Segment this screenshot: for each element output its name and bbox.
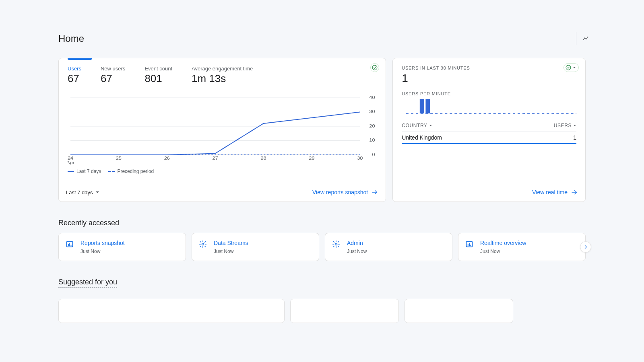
svg-rect-27 bbox=[426, 99, 430, 113]
status-check-dropdown[interactable] bbox=[564, 63, 579, 72]
metric-tab[interactable]: Average engagement time1m 13s bbox=[192, 66, 253, 85]
recent-card[interactable]: AdminJust Now bbox=[325, 233, 452, 261]
svg-text:25: 25 bbox=[116, 156, 122, 161]
metric-value: 67 bbox=[68, 72, 81, 85]
chevron-right-icon bbox=[583, 244, 588, 250]
realtime-heading: USERS IN LAST 30 MINUTES bbox=[402, 66, 576, 70]
svg-text:27: 27 bbox=[213, 156, 219, 161]
svg-point-33 bbox=[202, 243, 204, 245]
metric-label: Event count bbox=[144, 66, 172, 72]
link-label: View real time bbox=[532, 189, 568, 195]
caret-down-icon bbox=[573, 124, 576, 127]
caret-down-icon bbox=[429, 124, 432, 127]
country-cell: United Kingdom bbox=[402, 134, 442, 141]
svg-text:20: 20 bbox=[369, 123, 375, 129]
active-tab-indicator bbox=[68, 58, 92, 60]
gear-icon bbox=[332, 240, 341, 249]
insights-button[interactable] bbox=[576, 32, 589, 45]
recently-accessed-list: Reports snapshotJust NowData StreamsJust… bbox=[58, 233, 586, 261]
recent-card-title: Reports snapshot bbox=[80, 240, 125, 246]
legend-previous: Preceding period bbox=[117, 169, 154, 174]
svg-rect-26 bbox=[420, 99, 424, 113]
sparkline-trend-icon bbox=[583, 35, 589, 43]
svg-point-34 bbox=[335, 243, 337, 245]
recently-accessed-heading: Recently accessed bbox=[58, 219, 586, 227]
users-per-minute-chart bbox=[402, 98, 576, 116]
recent-card-title: Admin bbox=[347, 240, 367, 246]
users-line-chart: 01020304024Apr252627282930 bbox=[68, 96, 377, 165]
page-title: Home bbox=[58, 33, 84, 44]
recent-card-subtitle: Just Now bbox=[347, 249, 367, 254]
suggested-heading: Suggested for you bbox=[58, 278, 117, 288]
svg-text:28: 28 bbox=[260, 156, 266, 161]
bar-chart-icon bbox=[65, 240, 74, 249]
svg-rect-36 bbox=[468, 244, 469, 246]
users-cell: 1 bbox=[573, 134, 576, 141]
recent-card-subtitle: Just Now bbox=[480, 249, 526, 254]
svg-text:10: 10 bbox=[369, 138, 375, 143]
svg-rect-32 bbox=[71, 245, 72, 246]
table-row: United Kingdom 1 bbox=[402, 132, 576, 144]
recent-card[interactable]: Reports snapshotJust Now bbox=[58, 233, 186, 261]
recent-card-title: Realtime overview bbox=[480, 240, 526, 246]
realtime-card: USERS IN LAST 30 MINUTES 1 USERS PER MIN… bbox=[392, 58, 586, 202]
svg-point-1 bbox=[584, 37, 585, 38]
realtime-value: 1 bbox=[402, 72, 576, 85]
date-range-picker[interactable]: Last 7 days bbox=[66, 189, 99, 195]
svg-text:26: 26 bbox=[164, 156, 170, 161]
bar-chart-icon bbox=[465, 240, 474, 249]
metric-tab[interactable]: Event count801 bbox=[144, 66, 172, 85]
svg-text:30: 30 bbox=[357, 156, 363, 161]
recent-card-subtitle: Just Now bbox=[80, 249, 125, 254]
metric-tab[interactable]: Users67 bbox=[68, 66, 81, 85]
legend-current: Last 7 days bbox=[76, 169, 101, 174]
svg-point-3 bbox=[588, 37, 588, 37]
arrow-right-icon bbox=[371, 189, 378, 196]
scroll-right-button[interactable] bbox=[580, 241, 591, 253]
view-real-time-link[interactable]: View real time bbox=[532, 189, 578, 196]
metric-value: 801 bbox=[144, 72, 172, 85]
suggested-card[interactable] bbox=[58, 299, 285, 323]
metrics-card: Users67New users67Event count801Average … bbox=[58, 58, 386, 202]
gear-icon bbox=[198, 240, 207, 249]
svg-rect-31 bbox=[69, 243, 70, 246]
recent-card[interactable]: Realtime overviewJust Now bbox=[458, 233, 586, 261]
country-column-header[interactable]: COUNTRY bbox=[402, 123, 432, 128]
recent-card[interactable]: Data StreamsJust Now bbox=[192, 233, 319, 261]
metric-value: 1m 13s bbox=[192, 72, 253, 85]
chart-legend: Last 7 days Preceding period bbox=[68, 169, 377, 174]
recent-card-title: Data Streams bbox=[214, 240, 248, 246]
check-circle-icon bbox=[566, 65, 571, 70]
metric-label: Users bbox=[68, 66, 81, 72]
suggested-card[interactable] bbox=[290, 299, 399, 323]
metric-label: New users bbox=[101, 66, 125, 72]
users-label: USERS bbox=[554, 123, 572, 128]
svg-point-2 bbox=[586, 39, 586, 39]
svg-rect-30 bbox=[68, 244, 69, 246]
svg-point-0 bbox=[583, 39, 584, 40]
metric-label: Average engagement time bbox=[192, 66, 253, 72]
svg-text:0: 0 bbox=[372, 152, 375, 157]
recent-card-subtitle: Just Now bbox=[214, 249, 248, 254]
users-per-minute-heading: USERS PER MINUTE bbox=[402, 91, 576, 96]
caret-down-icon bbox=[573, 66, 576, 69]
svg-rect-38 bbox=[471, 245, 471, 246]
date-range-label: Last 7 days bbox=[66, 189, 93, 195]
svg-text:29: 29 bbox=[309, 156, 315, 161]
arrow-right-icon bbox=[571, 189, 578, 196]
suggested-list bbox=[58, 299, 586, 323]
link-label: View reports snapshot bbox=[312, 189, 368, 195]
svg-text:Apr: Apr bbox=[68, 160, 74, 165]
users-column-header[interactable]: USERS bbox=[554, 123, 576, 128]
metric-tab[interactable]: New users67 bbox=[101, 66, 125, 85]
svg-text:40: 40 bbox=[369, 96, 375, 100]
view-reports-snapshot-link[interactable]: View reports snapshot bbox=[312, 189, 378, 196]
svg-text:30: 30 bbox=[369, 109, 375, 114]
svg-rect-37 bbox=[469, 243, 470, 246]
metric-value: 67 bbox=[101, 72, 125, 85]
country-label: COUNTRY bbox=[402, 123, 427, 128]
suggested-card[interactable] bbox=[405, 299, 513, 323]
svg-point-24 bbox=[566, 65, 571, 70]
caret-down-icon bbox=[95, 190, 99, 194]
